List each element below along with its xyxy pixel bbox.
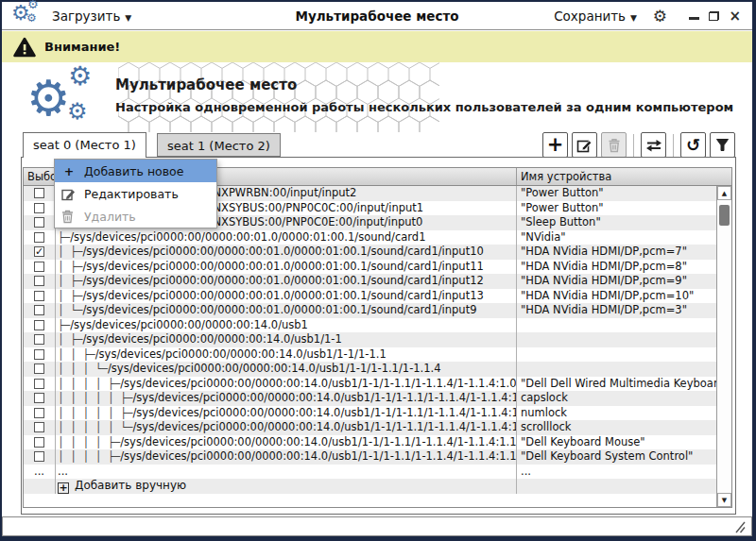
window-body: ⚙⚙⚙ Загрузить▼ Мультирабочее место Сохра… xyxy=(2,2,752,536)
device-name xyxy=(517,332,716,347)
tree-prefix: │ ├─ xyxy=(58,290,83,302)
menu-item-edit[interactable]: Редактировать xyxy=(55,182,216,205)
row-checkbox[interactable] xyxy=(34,320,44,330)
toolbar-separator xyxy=(673,134,674,157)
tree-prefix: │ │ │ └─ xyxy=(58,363,108,375)
warning-label: Внимание! xyxy=(44,40,120,54)
tree-prefix: │ │ │ │ ├─ xyxy=(58,436,120,448)
row-checkbox[interactable] xyxy=(34,305,44,315)
restore-icon[interactable] xyxy=(709,11,719,21)
tree-prefix: ├─ xyxy=(58,319,70,331)
table-row[interactable]: ├─/sys/devices/pci0000:00/0000:00:01.0/0… xyxy=(24,230,716,245)
scroll-down-icon[interactable]: ▼ xyxy=(717,493,731,507)
row-checkbox[interactable] xyxy=(34,334,44,345)
swap-seats-button[interactable] xyxy=(641,132,666,158)
row-checkbox[interactable] xyxy=(34,379,44,389)
row-checkbox[interactable] xyxy=(34,422,44,432)
tree-prefix: │ └─ xyxy=(58,304,83,316)
window-title: Мультирабочее место xyxy=(2,2,752,30)
menu-item-add-new[interactable]: + Добавить новое xyxy=(55,160,216,182)
context-menu: + Добавить новое Редактировать xyxy=(54,159,217,228)
device-name: "HDA NVidia HDMI/DP,pcm=7" xyxy=(517,245,716,260)
trash-icon xyxy=(61,210,77,224)
row-checkbox[interactable] xyxy=(34,232,44,243)
device-name: capslock xyxy=(517,391,716,406)
device-path: /sys/devices/pci0000:00/0000:00:14.0/usb… xyxy=(120,377,516,390)
row-checkbox[interactable] xyxy=(34,246,44,257)
edit-pencil-icon xyxy=(61,187,77,201)
tree-prefix: │ ├─ xyxy=(58,261,83,273)
device-path: /sys/devices/pci0000:00/0000:00:01.0/000… xyxy=(83,289,484,302)
device-name: "Power Button" xyxy=(517,186,716,201)
gears-logo-icon: ⚙⚙⚙ xyxy=(26,64,112,132)
row-checkbox[interactable] xyxy=(34,291,44,301)
scrollbar-thumb[interactable] xyxy=(719,205,730,226)
table-row[interactable]: │ │ │ └─/sys/devices/pci0000:00/0000:00:… xyxy=(24,362,716,377)
row-checkbox[interactable] xyxy=(34,408,44,418)
row-checkbox[interactable] xyxy=(34,393,44,403)
table-row[interactable]: │ │ │ │ ├─/sys/devices/pci0000:00/0000:0… xyxy=(24,449,716,465)
settings-gear-icon[interactable]: ⚙ xyxy=(653,2,667,30)
table-row[interactable]: │ ├─/sys/devices/pci0000:00/0000:00:01.0… xyxy=(24,289,716,304)
resize-grip[interactable] xyxy=(733,521,746,533)
device-name: "NVidia" xyxy=(517,230,716,245)
tree-prefix: │ │ │ │ │ ├─ xyxy=(58,392,132,404)
tab-seat-1[interactable]: seat 1 (Место 2) xyxy=(157,133,281,157)
tree-prefix: │ ├─ xyxy=(58,275,83,287)
table-row[interactable]: │ │ │ │ ├─/sys/devices/pci0000:00/0000:0… xyxy=(24,435,716,450)
row-checkbox[interactable] xyxy=(34,437,44,448)
table-row[interactable]: │ │ │ │ ├─/sys/devices/pci0000:00/0000:0… xyxy=(24,377,716,392)
table-row[interactable]: │ │ │ │ │ └─/sys/devices/pci0000:00/0000… xyxy=(24,420,716,435)
title-bar: ⚙⚙⚙ Загрузить▼ Мультирабочее место Сохра… xyxy=(2,2,752,30)
tree-prefix: │ │ │ │ │ └─ xyxy=(58,421,132,433)
table-row[interactable]: │ └─/sys/devices/pci0000:00/0000:00:01.0… xyxy=(24,303,716,318)
row-checkbox[interactable] xyxy=(34,262,44,272)
table-row[interactable]: │ ├─/sys/devices/pci0000:00/0000:00:01.0… xyxy=(24,260,716,275)
page-header: ⚙⚙⚙ Мультирабочее место Настройка одновр… xyxy=(2,62,752,132)
edit-pencil-icon xyxy=(576,137,593,153)
tab-seat-0[interactable]: seat 0 (Место 1) xyxy=(23,132,146,158)
device-path: /sys/devices/pci0000:00/0000:00:14.0/usb… xyxy=(132,420,517,433)
row-checkbox[interactable] xyxy=(34,363,44,374)
funnel-icon xyxy=(715,138,730,152)
table-row[interactable]: │ │ │ │ │ ├─/sys/devices/pci0000:00/0000… xyxy=(24,391,716,406)
device-name: "Dell Dell Wired Multimedia Keyboard" xyxy=(517,377,716,392)
add-device-button[interactable]: + xyxy=(542,132,568,158)
ellipsis-row: ... ... ... xyxy=(24,465,716,480)
vertical-scrollbar[interactable]: ▲ ▼ xyxy=(716,186,731,507)
table-row[interactable]: │ ├─/sys/devices/pci0000:00/0000:00:01.0… xyxy=(24,274,716,289)
warning-triangle-icon xyxy=(13,37,36,58)
table-row[interactable]: ├─/sys/devices/pci0000:00/0000:00:14.0/u… xyxy=(24,318,716,333)
edit-device-button[interactable] xyxy=(572,132,597,158)
device-path: /sys/devices/pci0000:00/0000:00:01.0/000… xyxy=(83,245,484,258)
tree-prefix: │ │ │ │ │ ├─ xyxy=(58,407,132,419)
minimize-icon[interactable] xyxy=(689,17,699,20)
table-row[interactable]: │ │ │ │ │ ├─/sys/devices/pci0000:00/0000… xyxy=(24,406,716,421)
column-header-name: Имя устройства xyxy=(517,168,716,185)
row-checkbox[interactable] xyxy=(34,203,44,213)
device-name xyxy=(517,318,716,333)
plus-icon: + xyxy=(61,164,77,178)
page-title: Мультирабочее место xyxy=(115,76,733,93)
device-path: /sys/devices/pci0000:00/0000:00:14.0/usb… xyxy=(83,332,342,346)
row-checkbox[interactable] xyxy=(34,276,44,286)
add-manual-row[interactable]: +Добавить вручную xyxy=(24,479,716,494)
save-button[interactable]: Сохранить▼ xyxy=(554,2,637,30)
filter-button[interactable] xyxy=(710,132,735,158)
scroll-up-icon[interactable]: ▲ xyxy=(717,186,731,200)
table-row[interactable]: │ │ ├─/sys/devices/pci0000:00/0000:00:14… xyxy=(24,347,716,363)
device-path: /sys/devices/pci0000:00/0000:00:14.0/usb… xyxy=(120,435,516,448)
row-checkbox[interactable] xyxy=(34,451,44,462)
row-checkbox[interactable] xyxy=(34,217,44,228)
device-name: "HDA NVidia HDMI/DP,pcm=9" xyxy=(517,274,716,289)
table-row[interactable]: │ ├─/sys/devices/pci0000:00/0000:00:01.0… xyxy=(24,245,716,260)
close-icon[interactable]: × xyxy=(729,9,741,24)
row-checkbox[interactable] xyxy=(34,349,44,360)
reset-button[interactable]: ↺ xyxy=(680,132,706,158)
row-checkbox[interactable] xyxy=(34,188,44,198)
device-name: scrolllock xyxy=(517,420,716,435)
tree-prefix: │ ├─ xyxy=(58,245,83,258)
table-row[interactable]: │ ├─/sys/devices/pci0000:00/0000:00:14.0… xyxy=(24,332,716,347)
page-subtitle: Настройка одновременной работы нескольки… xyxy=(115,100,733,114)
window-controls: × xyxy=(689,2,741,30)
